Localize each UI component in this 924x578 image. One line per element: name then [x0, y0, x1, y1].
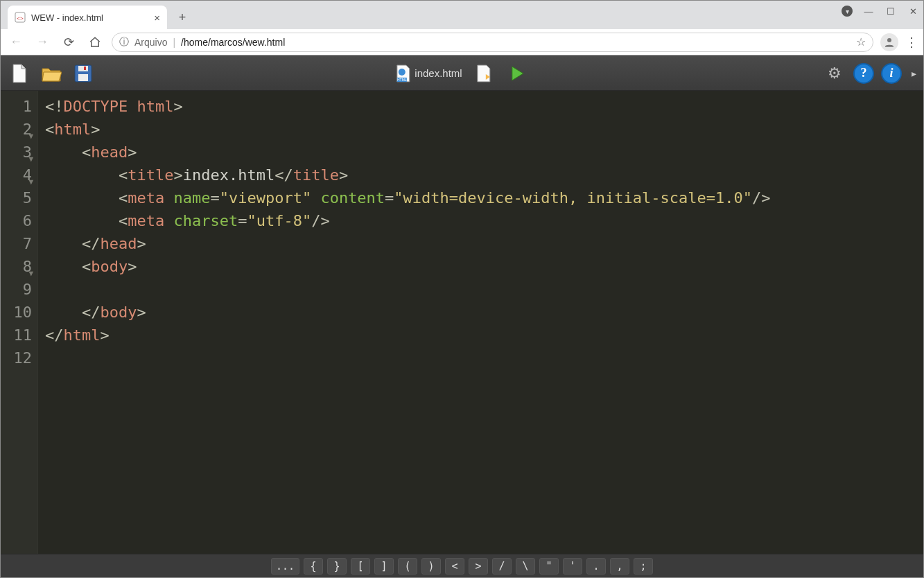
browser-menu-button[interactable]: ⋮ [905, 35, 918, 50]
code-line[interactable]: </head> [45, 232, 923, 255]
window-close-button[interactable]: ✕ [907, 5, 919, 17]
favicon-icon: <> [15, 12, 26, 23]
code-line[interactable] [45, 278, 923, 301]
svg-point-7 [398, 69, 405, 76]
window-minimize-button[interactable]: — [862, 5, 875, 17]
svg-text:HTML: HTML [397, 78, 407, 82]
tab-close-icon[interactable]: × [154, 12, 160, 24]
profile-avatar-icon[interactable] [880, 33, 898, 51]
svg-rect-4 [78, 66, 88, 71]
nav-forward-button[interactable]: → [33, 33, 52, 52]
new-template-button[interactable] [472, 62, 496, 85]
symbol-key[interactable]: < [445, 558, 464, 575]
symbol-key[interactable]: \ [516, 558, 535, 575]
open-file-button[interactable] [40, 62, 63, 85]
run-button[interactable] [505, 62, 529, 85]
symbol-key[interactable]: > [469, 558, 488, 575]
code-line[interactable]: <!DOCTYPE html> [45, 95, 923, 118]
gear-icon: ⚙ [828, 64, 842, 82]
active-file-label: index.html [415, 67, 462, 79]
browser-tab-active[interactable]: <> WEW - index.html × [8, 6, 167, 29]
line-number: 2▼ [1, 118, 32, 141]
line-number: 1 [1, 95, 32, 118]
settings-button[interactable]: ⚙ [823, 62, 846, 85]
new-file-button[interactable] [8, 62, 31, 85]
bookmark-star-icon[interactable]: ☆ [856, 35, 866, 49]
code-line[interactable]: <body> [45, 255, 923, 278]
line-number: 3▼ [1, 141, 32, 164]
symbol-key[interactable]: ] [374, 558, 394, 575]
symbol-key[interactable]: . [586, 558, 606, 575]
line-number: 12 [1, 347, 32, 369]
site-info-icon[interactable]: ⓘ [119, 36, 129, 49]
url-bar: ← → ⟳ ⓘ Arquivo | /home/marcos/wew.html … [1, 29, 923, 55]
svg-rect-6 [84, 67, 86, 70]
code-line[interactable]: <head> [45, 141, 923, 164]
symbol-bar: ...{}[]()<>/\"'.,; [1, 554, 923, 577]
code-line[interactable]: </body> [45, 301, 923, 324]
code-line[interactable]: <meta name="viewport" content="width=dev… [45, 186, 923, 209]
toolbar-right: ⚙ ? i ▸ [823, 62, 916, 85]
about-button[interactable]: i [881, 63, 902, 84]
line-number-gutter: 12▼3▼4▼5678▼9101112 [1, 91, 38, 554]
account-chevron-icon[interactable]: ▾ [842, 6, 853, 17]
editor-toolbar: HTML index.html ⚙ ? i ▸ [1, 56, 923, 91]
svg-marker-11 [512, 67, 523, 80]
line-number: 10 [1, 301, 32, 324]
code-area[interactable]: <!DOCTYPE html><html> <head> <title>inde… [38, 91, 923, 554]
active-file-tab[interactable]: HTML index.html [395, 64, 462, 82]
address-bar[interactable]: ⓘ Arquivo | /home/marcos/wew.html ☆ [112, 33, 873, 52]
new-tab-button[interactable]: + [173, 8, 192, 27]
symbol-key[interactable]: ... [271, 558, 299, 575]
nav-back-button[interactable]: ← [6, 33, 26, 52]
toolbar-center: HTML index.html [395, 62, 528, 85]
symbol-key[interactable]: [ [351, 558, 370, 575]
line-number: 11 [1, 324, 32, 347]
symbol-key[interactable]: ( [398, 558, 417, 575]
code-line[interactable]: </html> [45, 324, 923, 347]
code-line[interactable]: <meta charset="utf-8"/> [45, 209, 923, 232]
code-editor[interactable]: 12▼3▼4▼5678▼9101112 <!DOCTYPE html><html… [1, 91, 923, 554]
symbol-key[interactable]: { [304, 558, 323, 575]
url-path: /home/marcos/wew.html [181, 37, 285, 48]
editor-app: HTML index.html ⚙ ? i ▸ 12▼3▼4▼5678▼9101… [1, 55, 923, 577]
svg-text:<>: <> [17, 15, 24, 21]
tab-title: WEW - index.html [31, 12, 103, 23]
url-scheme-label: Arquivo [134, 37, 167, 48]
nav-home-button[interactable] [85, 33, 105, 52]
nav-reload-button[interactable]: ⟳ [59, 33, 78, 52]
help-button[interactable]: ? [853, 63, 874, 84]
code-line[interactable]: <html> [45, 118, 923, 141]
symbol-key[interactable]: ; [634, 558, 653, 575]
window-controls: ▾ — ☐ ✕ [842, 5, 919, 17]
symbol-key[interactable]: , [610, 558, 629, 575]
svg-point-2 [887, 38, 891, 42]
line-number: 7 [1, 232, 32, 255]
window-maximize-button[interactable]: ☐ [884, 5, 897, 17]
symbol-key[interactable]: ) [421, 558, 441, 575]
url-separator: | [173, 37, 175, 48]
code-line[interactable] [45, 347, 923, 369]
symbol-key[interactable]: / [492, 558, 512, 575]
symbol-key[interactable]: } [327, 558, 347, 575]
html-file-icon: HTML [395, 64, 410, 82]
svg-rect-5 [78, 74, 88, 81]
toolbar-overflow-icon[interactable]: ▸ [912, 68, 916, 79]
browser-window: <> WEW - index.html × + ▾ — ☐ ✕ ← → ⟳ ⓘ … [0, 0, 924, 578]
line-number: 6 [1, 209, 32, 232]
symbol-key[interactable]: ' [563, 558, 582, 575]
line-number: 4▼ [1, 164, 32, 186]
save-file-button[interactable] [71, 62, 95, 85]
tab-strip: <> WEW - index.html × + ▾ — ☐ ✕ [1, 1, 923, 29]
code-line[interactable]: <title>index.html</title> [45, 164, 923, 186]
symbol-key[interactable]: " [539, 558, 559, 575]
line-number: 5 [1, 186, 32, 209]
line-number: 9 [1, 278, 32, 301]
line-number: 8▼ [1, 255, 32, 278]
